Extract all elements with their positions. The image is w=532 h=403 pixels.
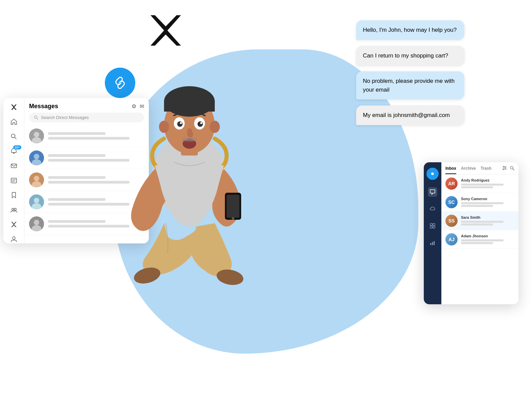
- dm-avatar: [29, 194, 44, 209]
- dm-name-line: [48, 132, 106, 135]
- dm-name-line: [48, 198, 106, 201]
- svg-rect-24: [11, 178, 17, 183]
- crm-avatar: SS: [445, 215, 458, 227]
- crm-tab-icons: [502, 166, 514, 174]
- dm-sidebar: 20+: [3, 98, 24, 243]
- sidebar-profile-icon[interactable]: [8, 235, 20, 243]
- crm-panel: Inbox Archive Trash: [424, 162, 518, 304]
- crm-preview-line: [461, 202, 504, 204]
- crm-item-info: Adam Jhonson: [461, 234, 514, 245]
- svg-point-11: [180, 122, 182, 124]
- crm-filter-icon[interactable]: [502, 166, 507, 171]
- crm-preview-line: [461, 184, 504, 186]
- crm-contact-name: Andy Rodriguez: [461, 178, 514, 182]
- sidebar-mail-icon[interactable]: [8, 162, 20, 170]
- crm-item-info: Sony Cameron: [461, 197, 514, 208]
- crm-preview-line-2: [461, 242, 493, 244]
- svg-point-30: [34, 132, 39, 137]
- svg-rect-47: [430, 226, 432, 228]
- crm-nav-cloud[interactable]: [428, 204, 437, 214]
- chat-bubble-1: Hello, I'm John, how may I help you?: [356, 20, 464, 40]
- crm-nav-grid[interactable]: [428, 221, 437, 231]
- dm-title: Messages: [29, 103, 58, 110]
- sidebar-notifications-icon[interactable]: 20+: [8, 147, 20, 155]
- crm-contact-name: Sara Smith: [461, 215, 514, 219]
- dm-search-placeholder: Search Direct Messages: [41, 115, 89, 120]
- crm-sidebar: [424, 162, 441, 304]
- crm-preview-line-2: [461, 186, 493, 188]
- sidebar-list-icon[interactable]: [8, 176, 20, 185]
- svg-point-25: [12, 208, 14, 210]
- svg-rect-4: [164, 101, 215, 112]
- dm-name-line: [48, 154, 106, 157]
- crm-avatar: SC: [445, 196, 458, 208]
- svg-point-33: [34, 154, 39, 159]
- dm-avatar: [29, 128, 44, 143]
- svg-point-5: [159, 121, 169, 133]
- crm-tab-trash[interactable]: Trash: [481, 166, 491, 174]
- chat-bubble-3: No problem, please provide me with your …: [356, 71, 464, 99]
- crm-list-item[interactable]: AJ Adam Jhonson: [441, 230, 518, 249]
- crm-contact-name: Adam Jhonson: [461, 234, 514, 238]
- svg-point-27: [13, 237, 15, 239]
- crm-preview-line-2: [461, 205, 493, 207]
- crm-list-item[interactable]: AR Andy Rodriguez: [441, 174, 518, 193]
- chat-bubble-4: My email is johnsmith@gmail.com: [356, 105, 464, 125]
- crm-nav-analytics[interactable]: [428, 238, 437, 247]
- svg-point-36: [34, 176, 39, 181]
- svg-point-9: [177, 121, 183, 127]
- sidebar-x-icon[interactable]: [8, 103, 20, 111]
- chat-bubble-2: Can I return to my shopping cart?: [356, 46, 464, 66]
- crm-logo: [426, 168, 439, 180]
- crm-tab-inbox[interactable]: Inbox: [445, 166, 456, 174]
- svg-point-42: [34, 220, 39, 225]
- person-illustration: [105, 34, 274, 338]
- sidebar-search-icon[interactable]: [8, 132, 20, 141]
- svg-point-6: [210, 121, 220, 133]
- dm-avatar: [29, 172, 44, 187]
- crm-avatar: AR: [445, 177, 458, 190]
- notification-badge: 20+: [13, 145, 21, 149]
- crm-list-item-selected[interactable]: SS Sara Smith: [441, 212, 518, 230]
- svg-rect-49: [430, 243, 431, 245]
- crm-preview-line: [461, 239, 504, 241]
- sidebar-x-bottom-icon[interactable]: [8, 220, 20, 229]
- dm-name-line: [48, 176, 106, 179]
- crm-avatar: AJ: [445, 233, 458, 245]
- sidebar-communities-icon[interactable]: [8, 206, 20, 214]
- svg-rect-45: [430, 223, 432, 226]
- crm-contact-list: AR Andy Rodriguez SC Sony Cameron SS: [441, 174, 518, 304]
- crm-list-item[interactable]: SC Sony Cameron: [441, 193, 518, 212]
- svg-rect-46: [433, 223, 435, 226]
- sidebar-bookmarks-icon[interactable]: [8, 191, 20, 199]
- crm-item-info: Sara Smith: [461, 215, 514, 226]
- crm-preview-line: [461, 221, 504, 223]
- svg-point-14: [182, 138, 197, 142]
- crm-main: Inbox Archive Trash: [441, 162, 518, 304]
- crm-tabs-bar: Inbox Archive Trash: [441, 162, 518, 174]
- dm-avatar: [29, 150, 44, 165]
- crm-search-icon[interactable]: [510, 166, 514, 171]
- crm-item-info: Andy Rodriguez: [461, 178, 514, 189]
- svg-rect-50: [432, 242, 433, 245]
- dm-name-line: [48, 220, 106, 223]
- chat-bubbles-container: Hello, I'm John, how may I help you? Can…: [356, 20, 464, 125]
- crm-contact-name: Sony Cameron: [461, 197, 514, 201]
- svg-point-39: [34, 198, 39, 203]
- crm-nav-chat[interactable]: [428, 187, 437, 197]
- svg-rect-18: [227, 195, 239, 218]
- svg-point-26: [14, 208, 16, 210]
- svg-point-10: [198, 121, 203, 127]
- crm-tab-archive[interactable]: Archive: [461, 166, 476, 174]
- dm-avatar: [29, 216, 44, 231]
- svg-point-19: [232, 217, 234, 220]
- svg-point-12: [200, 122, 202, 124]
- svg-rect-51: [434, 241, 435, 245]
- svg-rect-48: [433, 226, 435, 228]
- sidebar-home-icon[interactable]: [8, 117, 20, 126]
- svg-rect-23: [11, 164, 17, 168]
- crm-preview-line-2: [461, 223, 493, 226]
